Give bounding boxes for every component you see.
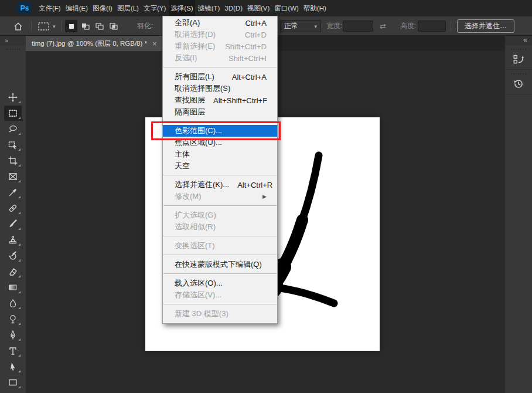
spot-healing-brush-tool[interactable]: [4, 201, 22, 216]
actions-panel-button[interactable]: [505, 45, 532, 70]
menu-separator: [163, 236, 277, 236]
hand-tool[interactable]: [4, 391, 22, 393]
dodge-icon: [8, 314, 18, 324]
rectangle-shape-tool[interactable]: [4, 375, 22, 390]
pen-tool[interactable]: [4, 327, 22, 343]
home-button[interactable]: [13, 16, 23, 36]
menu-item-all-layers[interactable]: 所有图层(L)Alt+Ctrl+A: [163, 71, 277, 83]
menu-3d[interactable]: 3D(D): [223, 0, 244, 16]
marquee-preset-icon: [37, 21, 50, 32]
clone-stamp-icon: [8, 235, 18, 245]
toolbar-collapse-button[interactable]: »: [0, 36, 26, 46]
height-input[interactable]: [418, 21, 446, 32]
eraser-tool[interactable]: [4, 264, 22, 279]
panels-sidebar: «: [505, 36, 532, 393]
move-tool[interactable]: [4, 90, 22, 105]
divider: [61, 21, 62, 32]
crop-tool[interactable]: [4, 153, 22, 168]
annotation-highlight-box: [151, 121, 281, 140]
gradient-icon: [8, 282, 18, 293]
submenu-arrow-icon: ▶: [262, 194, 267, 199]
chevron-down-icon[interactable]: ▾: [53, 23, 56, 29]
history-brush-tool[interactable]: [4, 248, 22, 263]
menu-item-similar: 选取相似(R): [163, 221, 277, 233]
menu-item-quick-mask[interactable]: 在快速蒙版模式下编辑(Q): [163, 259, 277, 270]
add-selection-icon: [80, 22, 91, 31]
eyedropper-icon: [8, 187, 18, 198]
menu-item-new-3d-model: 新建 3D 模型(3): [163, 308, 277, 320]
lasso-tool[interactable]: [4, 121, 22, 137]
eyedropper-tool[interactable]: [4, 185, 22, 200]
menu-item-find-layers[interactable]: 查找图层Alt+Shift+Ctrl+F: [163, 94, 277, 106]
panels-collapse-button[interactable]: «: [505, 36, 532, 45]
crop-icon: [8, 155, 18, 166]
menu-help[interactable]: 帮助(H): [302, 0, 328, 16]
menu-filter[interactable]: 滤镜(T): [196, 0, 222, 16]
object-selection-icon: [8, 140, 18, 150]
swap-dimensions-icon[interactable]: ⇄: [380, 22, 386, 31]
menu-image[interactable]: 图像(I): [91, 0, 114, 16]
menu-item-sky[interactable]: 天空: [163, 160, 277, 172]
select-and-mask-button[interactable]: 选择并遮住…: [457, 19, 514, 33]
brush-tool[interactable]: [4, 216, 22, 232]
menu-item-subject[interactable]: 主体: [163, 148, 277, 160]
menu-item-load-selection[interactable]: 载入选区(O)...: [163, 277, 277, 289]
menu-item-select-all[interactable]: 全部(A)Ctrl+A: [163, 17, 277, 29]
path-selection-tool[interactable]: [4, 359, 22, 374]
menu-view[interactable]: 视图(V): [245, 0, 271, 16]
subtract-selection-icon: [94, 22, 105, 31]
dodge-tool[interactable]: [4, 311, 22, 327]
tool-preset[interactable]: ▾: [37, 16, 56, 36]
menu-select[interactable]: 选择(S): [169, 0, 195, 16]
document-tab-title: timg (7).jpg @ 100% (图层 0, RGB/8) *: [32, 39, 147, 48]
blur-tool[interactable]: [4, 296, 22, 311]
menu-item-isolate-layers[interactable]: 隔离图层: [163, 106, 277, 118]
intersect-selection-button[interactable]: [107, 20, 120, 32]
menu-edit[interactable]: 编辑(E): [64, 0, 90, 16]
chevron-down-icon: ▾: [314, 23, 317, 29]
history-panel-icon: [512, 77, 525, 90]
divider: [31, 21, 32, 32]
rectangular-marquee-icon: [8, 108, 18, 118]
gradient-tool[interactable]: [4, 280, 22, 295]
panel-grip: [511, 73, 526, 74]
menu-separator: [163, 205, 277, 206]
menu-window[interactable]: 窗口(W): [272, 0, 301, 16]
width-input[interactable]: [343, 21, 373, 32]
home-icon: [13, 21, 23, 32]
menu-separator: [163, 255, 277, 255]
menu-separator: [163, 273, 277, 274]
menu-item-inverse: 反选(I)Shift+Ctrl+I: [163, 52, 277, 64]
blur-icon: [8, 298, 18, 309]
type-tool[interactable]: [4, 343, 22, 358]
photoshop-logo: Ps: [18, 2, 32, 14]
actions-panel-icon: [512, 53, 525, 66]
history-panel-button[interactable]: [505, 70, 532, 94]
new-selection-icon: [67, 22, 76, 31]
close-tab-icon[interactable]: ×: [152, 39, 157, 48]
photoshop-window: Ps 文件(F) 编辑(E) 图像(I) 图层(L) 文字(Y) 选择(S) 滤…: [0, 0, 532, 393]
rectangular-marquee-tool[interactable]: [4, 106, 22, 121]
menu-item-deselect: 取消选择(D)Ctrl+D: [163, 29, 277, 40]
mode-select[interactable]: 正常 ▾: [280, 20, 321, 32]
intersect-selection-icon: [108, 22, 119, 31]
select-menu-dropdown: 全部(A)Ctrl+A 取消选择(D)Ctrl+D 重新选择(E)Shift+C…: [162, 16, 278, 324]
menu-type[interactable]: 文字(Y): [142, 0, 168, 16]
menu-layer[interactable]: 图层(L): [115, 0, 141, 16]
brush-icon: [8, 219, 18, 229]
width-label: 宽度:: [326, 21, 342, 31]
add-to-selection-button[interactable]: [79, 20, 91, 32]
menu-file[interactable]: 文件(F): [37, 0, 63, 16]
object-selection-tool[interactable]: [4, 137, 22, 153]
menu-item-select-and-mask[interactable]: 选择并遮住(K)...Alt+Ctrl+R: [163, 179, 277, 191]
rectangle-icon: [8, 377, 18, 388]
menu-item-deselect-layers[interactable]: 取消选择图层(S): [163, 83, 277, 94]
toolbar-grip[interactable]: [6, 49, 20, 50]
clone-stamp-tool[interactable]: [4, 232, 22, 248]
frame-tool[interactable]: [4, 169, 22, 184]
document-tab[interactable]: timg (7).jpg @ 100% (图层 0, RGB/8) * ×: [26, 36, 163, 51]
subtract-from-selection-button[interactable]: [93, 20, 105, 32]
new-selection-button[interactable]: [65, 20, 77, 32]
move-icon: [8, 92, 18, 103]
menu-item-grow: 扩大选取(G): [163, 209, 277, 221]
